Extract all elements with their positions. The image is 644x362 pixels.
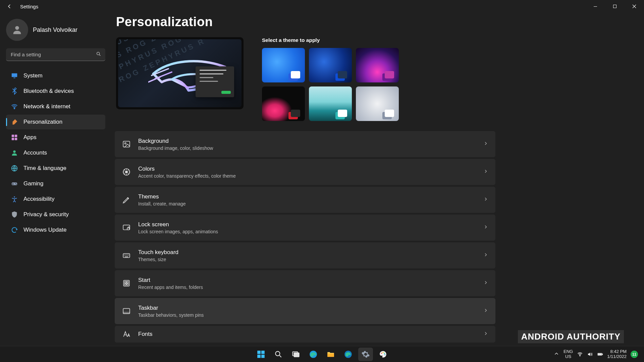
- chevron-right-icon: [483, 252, 488, 258]
- nav: System Bluetooth & devices Network & int…: [6, 68, 105, 237]
- gamepad-icon: [11, 180, 18, 187]
- setting-start[interactable]: Start Recent apps and items, folders: [115, 270, 495, 296]
- edge-dev-button[interactable]: [341, 348, 356, 361]
- paint-button[interactable]: [376, 348, 390, 361]
- svg-rect-32: [261, 351, 265, 354]
- setting-colors[interactable]: Colors Accent color, transparency effect…: [115, 159, 495, 185]
- sidebar-item-network-internet[interactable]: Network & internet: [6, 99, 105, 114]
- update-icon: [11, 226, 18, 234]
- search-box[interactable]: [6, 48, 105, 61]
- chevron-right-icon: [483, 169, 488, 175]
- setting-touch-keyboard[interactable]: Touch keyboard Themes, size: [115, 242, 495, 268]
- sidebar-item-gaming[interactable]: Gaming: [6, 176, 105, 191]
- theme-captured-motion[interactable]: [262, 86, 305, 121]
- setting-title: Fonts: [138, 331, 153, 338]
- edge-button[interactable]: [306, 348, 321, 361]
- sidebar-item-time-language[interactable]: Time & language: [6, 161, 105, 176]
- maximize-button[interactable]: [605, 0, 625, 13]
- display-icon: [11, 72, 18, 79]
- setting-title: Taskbar: [138, 305, 204, 311]
- theme-windows-light[interactable]: [262, 48, 305, 82]
- svg-point-42: [382, 352, 383, 353]
- svg-rect-25: [125, 282, 126, 283]
- title-bar: Settings: [0, 0, 644, 13]
- setting-title: Touch keyboard: [138, 249, 178, 256]
- svg-rect-1: [613, 5, 616, 8]
- svg-point-43: [384, 353, 385, 354]
- sidebar-item-system[interactable]: System: [6, 68, 105, 83]
- svg-rect-22: [127, 228, 129, 230]
- svg-rect-8: [15, 135, 17, 137]
- svg-rect-10: [15, 138, 17, 140]
- volume-icon[interactable]: [587, 351, 593, 357]
- svg-rect-30: [123, 312, 130, 313]
- user-name: Palash Volvoikar: [33, 26, 77, 34]
- sidebar-item-label: Apps: [23, 134, 37, 141]
- watermark: ANDROID AUTHORITY: [518, 330, 624, 343]
- back-button[interactable]: [6, 3, 13, 10]
- svg-rect-26: [127, 282, 128, 283]
- sidebar-item-label: Time & language: [23, 165, 66, 172]
- theme-windows-dark[interactable]: [309, 48, 352, 82]
- setting-title: Start: [138, 277, 203, 284]
- svg-rect-39: [327, 353, 334, 357]
- setting-fonts[interactable]: Fonts Install, manage: [115, 326, 495, 343]
- svg-rect-37: [294, 353, 299, 357]
- setting-subtitle: Install, create, manage: [138, 201, 186, 206]
- sidebar-item-windows-update[interactable]: Windows Update: [6, 223, 105, 237]
- search-icon: [96, 51, 101, 58]
- setting-themes[interactable]: Themes Install, create, manage: [115, 187, 495, 213]
- settings-list: Background Background image, color, slid…: [115, 131, 495, 343]
- settings-button[interactable]: [358, 348, 373, 361]
- svg-rect-9: [12, 138, 14, 140]
- sidebar-item-accessibility[interactable]: Accessibility: [6, 192, 105, 206]
- theme-glow[interactable]: [356, 48, 399, 82]
- svg-rect-7: [12, 135, 14, 137]
- sidebar-item-bluetooth-devices[interactable]: Bluetooth & devices: [6, 84, 105, 99]
- sidebar-item-label: Accounts: [23, 149, 47, 156]
- theme-flow[interactable]: [356, 86, 399, 121]
- svg-point-6: [14, 108, 15, 109]
- theme-sunrise[interactable]: [309, 86, 352, 121]
- language-indicator[interactable]: ENG US: [564, 349, 573, 359]
- font-icon: [122, 330, 131, 339]
- chevron-right-icon: [483, 225, 488, 231]
- setting-background[interactable]: Background Background image, color, slid…: [115, 131, 495, 157]
- close-button[interactable]: [625, 0, 644, 13]
- preview-window: [196, 66, 234, 97]
- keyboard-icon: [122, 251, 131, 260]
- system-tray[interactable]: ENG US 8:42 PM 1/11/2022 11: [553, 346, 644, 362]
- sidebar-item-label: System: [23, 72, 43, 79]
- tray-overflow-icon[interactable]: [553, 351, 559, 357]
- task-view-button[interactable]: [288, 348, 303, 361]
- clock[interactable]: 8:42 PM 1/11/2022: [607, 349, 627, 359]
- battery-icon[interactable]: [597, 351, 603, 357]
- start-button[interactable]: [254, 348, 268, 361]
- minimize-button[interactable]: [586, 0, 605, 13]
- sidebar-item-label: Network & internet: [23, 103, 70, 110]
- taskbar-search-button[interactable]: [271, 348, 286, 361]
- svg-point-14: [15, 183, 16, 184]
- sidebar-item-privacy-security[interactable]: Privacy & security: [6, 207, 105, 222]
- sidebar-item-accounts[interactable]: Accounts: [6, 145, 105, 160]
- file-explorer-button[interactable]: [323, 348, 338, 361]
- wifi-icon: [11, 103, 18, 110]
- svg-point-15: [16, 184, 16, 185]
- taskbar-icon: [122, 307, 131, 315]
- svg-point-41: [381, 353, 382, 354]
- pen-icon: [122, 195, 131, 204]
- search-input[interactable]: [6, 48, 105, 61]
- sidebar: Palash Volvoikar System Bluetooth & devi…: [0, 13, 111, 346]
- sidebar-item-label: Personalization: [23, 119, 62, 125]
- sidebar-item-personalization[interactable]: Personalization: [6, 115, 105, 129]
- sidebar-item-label: Bluetooth & devices: [23, 88, 74, 95]
- wifi-icon[interactable]: [577, 351, 583, 357]
- chevron-right-icon: [483, 141, 488, 147]
- notification-badge[interactable]: 11: [631, 351, 638, 358]
- svg-point-35: [275, 351, 280, 356]
- setting-taskbar[interactable]: Taskbar Taskbar behaviors, system pins: [115, 298, 495, 324]
- user-account[interactable]: Palash Volvoikar: [6, 19, 105, 41]
- sidebar-item-apps[interactable]: Apps: [6, 130, 105, 145]
- brush-icon: [11, 118, 18, 126]
- setting-lock-screen[interactable]: Lock screen Lock screen images, apps, an…: [115, 215, 495, 241]
